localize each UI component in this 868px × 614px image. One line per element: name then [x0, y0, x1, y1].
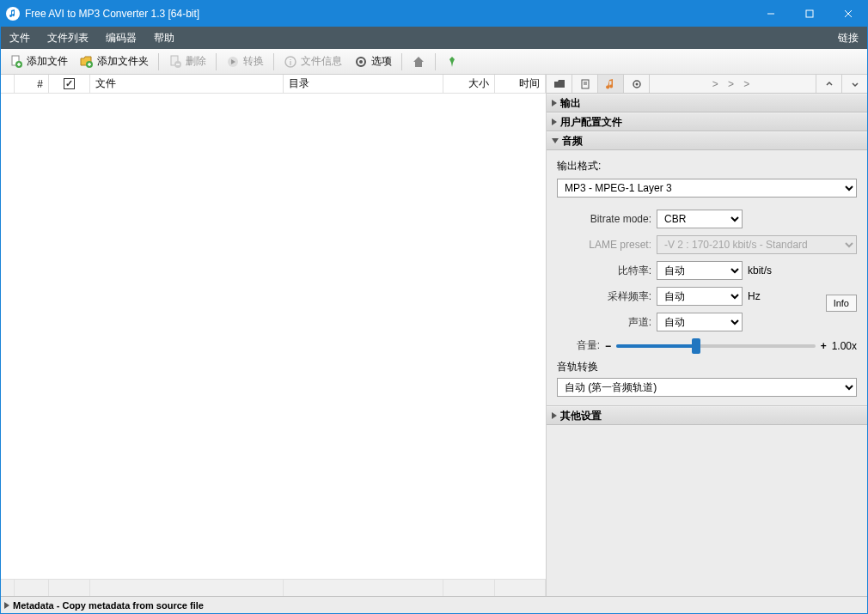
- statusbar-text: Metadata - Copy metadata from source fil…: [13, 600, 204, 611]
- section-other-label: 其他设置: [560, 409, 602, 423]
- add-folder-label: 添加文件夹: [97, 54, 149, 69]
- section-output-label: 输出: [560, 96, 581, 111]
- add-file-icon: [9, 55, 23, 69]
- delete-button[interactable]: 删除: [163, 52, 211, 71]
- tab-collapse[interactable]: [816, 75, 841, 93]
- pin-button[interactable]: [440, 52, 464, 71]
- chevron-right-icon[interactable]: [4, 602, 9, 609]
- volume-value: 1.00x: [832, 340, 857, 352]
- home-button[interactable]: [406, 52, 431, 71]
- col-time[interactable]: 时间: [495, 75, 546, 93]
- volume-plus[interactable]: +: [821, 340, 827, 352]
- delete-icon: [168, 55, 182, 69]
- delete-label: 删除: [186, 54, 206, 69]
- toolbar: 添加文件 添加文件夹 删除 转换 i 文件信息 选项: [1, 49, 867, 75]
- tab-audio[interactable]: [598, 75, 624, 93]
- minimize-button[interactable]: [751, 1, 790, 27]
- convert-icon: [226, 55, 240, 69]
- chevron-right-icon: [552, 119, 557, 125]
- lame-preset-label: LAME preset:: [557, 239, 651, 251]
- add-file-button[interactable]: 添加文件: [4, 52, 73, 71]
- channel-select[interactable]: 自动: [657, 313, 743, 331]
- tab-folder[interactable]: [547, 75, 572, 93]
- file-info-icon: i: [284, 55, 297, 69]
- options-label: 选项: [371, 54, 392, 69]
- col-dir[interactable]: 目录: [284, 75, 443, 93]
- slider-thumb[interactable]: [692, 338, 700, 354]
- statusbar: Metadata - Copy metadata from source fil…: [1, 596, 867, 613]
- file-info-button[interactable]: i 文件信息: [278, 52, 347, 71]
- col-expand[interactable]: [1, 75, 15, 93]
- menu-filelist[interactable]: 文件列表: [39, 27, 97, 49]
- output-format-select[interactable]: MP3 - MPEG-1 Layer 3: [557, 179, 857, 198]
- home-icon: [412, 55, 425, 69]
- col-number[interactable]: #: [15, 75, 49, 93]
- lame-preset-select: -V 2 : 170-210 kbit/s - Standard: [657, 235, 857, 254]
- svg-point-18: [359, 60, 363, 64]
- menu-link[interactable]: 链接: [829, 27, 867, 49]
- app-icon: [6, 7, 20, 21]
- menubar: 文件 文件列表 编码器 帮助 链接: [1, 27, 867, 49]
- maximize-button[interactable]: [790, 1, 828, 27]
- add-file-label: 添加文件: [27, 54, 68, 69]
- section-audio-label: 音频: [562, 134, 583, 149]
- table-body[interactable]: [1, 94, 546, 579]
- svg-rect-1: [806, 10, 813, 17]
- main-area: # 文件 目录 大小 时间 > > >: [1, 75, 867, 596]
- tab-document[interactable]: [572, 75, 598, 93]
- convert-label: 转换: [243, 54, 264, 69]
- table-header: # 文件 目录 大小 时间: [1, 75, 546, 94]
- output-format-label: 输出格式:: [557, 159, 857, 173]
- track-conv-select[interactable]: 自动 (第一音频轨道): [557, 378, 857, 397]
- close-button[interactable]: [828, 1, 867, 27]
- titlebar: Free AVI to MP3 Converter 1.3 [64-bit]: [1, 1, 867, 27]
- options-button[interactable]: 选项: [349, 52, 397, 71]
- section-profile-header[interactable]: 用户配置文件: [547, 112, 867, 131]
- bitrate-mode-label: Bitrate mode:: [557, 213, 651, 225]
- menu-encoder[interactable]: 编码器: [97, 27, 145, 49]
- chevron-right-icon: [552, 412, 557, 419]
- file-list-pane: # 文件 目录 大小 时间: [1, 75, 547, 596]
- menu-file[interactable]: 文件: [1, 27, 39, 49]
- pin-icon: [445, 55, 459, 69]
- channel-label: 声道:: [557, 315, 651, 330]
- gear-icon: [354, 55, 368, 69]
- table-footer: [1, 579, 546, 596]
- section-profile-label: 用户配置文件: [560, 115, 622, 130]
- sample-label: 采样频率:: [557, 289, 651, 304]
- tab-expand[interactable]: [841, 75, 867, 93]
- bitrate-label: 比特率:: [557, 264, 651, 278]
- col-size[interactable]: 大小: [443, 75, 495, 93]
- chevron-right-icon: [552, 100, 557, 106]
- bitrate-mode-select[interactable]: CBR: [657, 210, 743, 228]
- section-audio-body: 输出格式: MP3 - MPEG-1 Layer 3 Bitrate mode:…: [547, 150, 867, 406]
- svg-point-23: [635, 82, 638, 85]
- settings-tabs: > > >: [547, 75, 867, 94]
- file-info-label: 文件信息: [301, 54, 342, 69]
- tab-more[interactable]: > > >: [650, 75, 816, 93]
- window-title: Free AVI to MP3 Converter 1.3 [64-bit]: [25, 8, 751, 20]
- bitrate-unit: kbit/s: [748, 264, 772, 277]
- settings-pane: > > > 输出 用户配置文件 音频 输出格式: MP3 - MPEG-1 La…: [547, 75, 867, 596]
- sample-select[interactable]: 自动: [657, 287, 743, 306]
- bitrate-select[interactable]: 自动: [657, 261, 743, 280]
- chevron-down-icon: [552, 138, 559, 143]
- section-output-header[interactable]: 输出: [547, 94, 867, 112]
- volume-slider[interactable]: [616, 344, 816, 348]
- add-folder-icon: [80, 55, 94, 69]
- volume-label: 音量:: [557, 338, 600, 353]
- convert-button[interactable]: 转换: [221, 52, 269, 71]
- add-folder-button[interactable]: 添加文件夹: [75, 52, 154, 71]
- volume-minus[interactable]: −: [605, 340, 611, 352]
- tab-settings[interactable]: [624, 75, 650, 93]
- svg-text:i: i: [290, 58, 292, 67]
- info-button[interactable]: Info: [826, 295, 857, 312]
- sample-unit: Hz: [748, 290, 761, 302]
- checkbox-icon: [64, 78, 75, 89]
- section-audio-header[interactable]: 音频: [547, 131, 867, 150]
- col-file[interactable]: 文件: [90, 75, 284, 93]
- menu-help[interactable]: 帮助: [145, 27, 183, 49]
- col-checkbox[interactable]: [49, 75, 90, 93]
- track-conv-label: 音轨转换: [557, 360, 857, 374]
- section-other-header[interactable]: 其他设置: [547, 406, 867, 425]
